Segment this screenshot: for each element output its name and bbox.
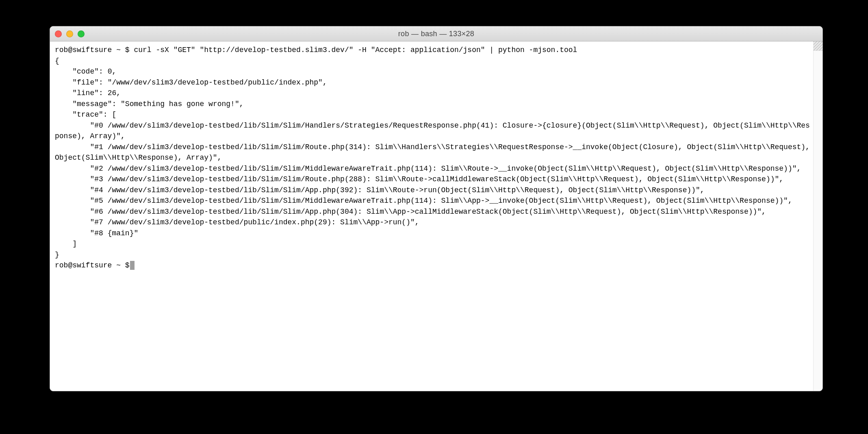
terminal-surface[interactable]: rob@swiftsure ~ $ curl -sX "GET" "http:/… — [50, 41, 813, 391]
terminal-prompt: rob@swiftsure ~ $ — [55, 260, 812, 271]
window-content: rob@swiftsure ~ $ curl -sX "GET" "http:/… — [50, 41, 822, 391]
window-titlebar[interactable]: rob — bash — 133×28 — [50, 26, 822, 41]
zoom-icon[interactable] — [78, 30, 85, 37]
minimize-icon[interactable] — [66, 30, 73, 37]
scrollbar-track[interactable] — [813, 41, 822, 391]
cursor-icon — [130, 261, 135, 270]
scroll-hatched-icon — [814, 41, 822, 51]
terminal-command-line: rob@swiftsure ~ $ curl -sX "GET" "http:/… — [55, 45, 812, 56]
window-title: rob — bash — 133×28 — [50, 30, 822, 38]
terminal-output: { "code": 0, "file": "/www/dev/slim3/dev… — [55, 56, 812, 260]
close-icon[interactable] — [55, 30, 62, 37]
traffic-lights — [55, 26, 85, 41]
terminal-prompt-text: rob@swiftsure ~ $ — [55, 260, 130, 271]
terminal-window: rob — bash — 133×28 rob@swiftsure ~ $ cu… — [50, 26, 823, 391]
